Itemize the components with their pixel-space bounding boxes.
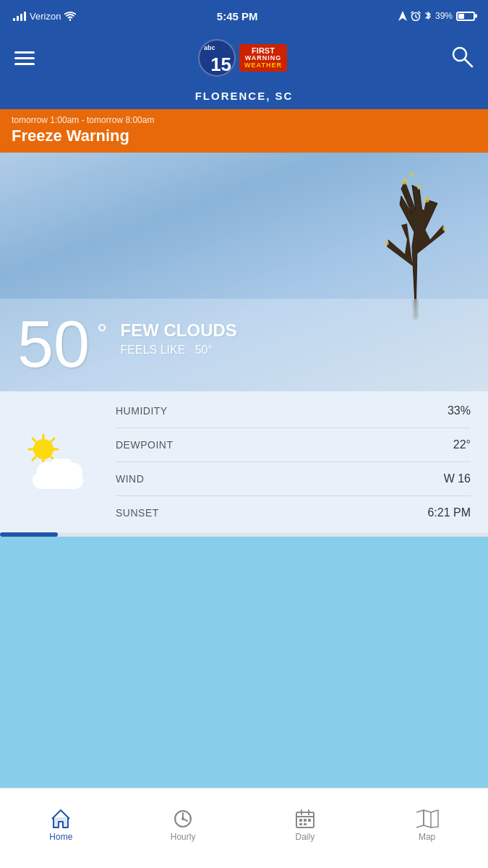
stat-label-0: HUMIDITY <box>116 405 168 417</box>
nav-map[interactable]: Map <box>366 788 488 868</box>
scroll-indicator <box>0 532 488 537</box>
status-left: Verizon <box>13 11 76 22</box>
logo-circle: abc 15 <box>198 39 236 77</box>
weather-condition: FEW CLOUDS <box>121 320 237 341</box>
scroll-thumb <box>0 532 58 537</box>
badge-weather: WEATHER <box>244 62 282 69</box>
svg-marker-36 <box>424 810 431 827</box>
stat-row-3: SUNSET 6:21 PM <box>116 496 471 529</box>
svg-rect-34 <box>299 823 302 825</box>
map-icon <box>415 809 440 829</box>
stat-label-1: DEWPOINT <box>116 439 173 451</box>
signal-icon <box>13 11 26 21</box>
stats-column: HUMIDITY 33% DEWPOINT 22° WIND W 16 SUNS… <box>116 391 488 532</box>
details-panel: HUMIDITY 33% DEWPOINT 22° WIND W 16 SUNS… <box>0 391 488 532</box>
stat-value-0: 33% <box>448 404 471 417</box>
search-button[interactable] <box>450 45 474 71</box>
svg-point-21 <box>65 463 82 480</box>
logo-abc-text: abc <box>204 44 215 51</box>
partly-cloudy-icon <box>25 433 90 491</box>
wifi-icon <box>64 12 76 21</box>
location-label: FLORENCE, SC <box>195 90 294 102</box>
svg-rect-32 <box>304 819 307 822</box>
svg-point-8 <box>385 241 389 245</box>
logo-number: 15 <box>210 55 231 74</box>
svg-line-16 <box>51 438 54 441</box>
svg-point-4 <box>417 185 421 190</box>
location-icon <box>398 11 407 21</box>
status-bar: Verizon 5:45 PM 39% <box>0 0 488 32</box>
warning-time: tomorrow 1:00am - tomorrow 8:00am <box>12 115 476 125</box>
feels-like-row: FEELS LIKE 50° <box>121 344 237 357</box>
feels-like-label: FEELS LIKE <box>121 344 186 356</box>
bottom-navigation: Home Hourly Daily <box>0 788 488 868</box>
hourly-nav-label: Hourly <box>171 832 196 842</box>
stat-value-1: 22° <box>453 438 471 451</box>
svg-line-2 <box>465 59 472 67</box>
svg-rect-31 <box>299 819 302 822</box>
nav-hourly[interactable]: Hourly <box>122 788 244 868</box>
svg-point-6 <box>424 197 429 203</box>
alarm-icon <box>411 11 421 21</box>
svg-line-14 <box>33 438 35 441</box>
carrier-label: Verizon <box>30 11 61 22</box>
home-icon <box>50 809 72 829</box>
stat-label-3: SUNSET <box>116 507 159 519</box>
warning-title: Freeze Warning <box>12 127 476 145</box>
menu-button[interactable] <box>14 51 35 65</box>
app-logo: abc 15 FIRST WARNING WEATHER <box>198 39 287 77</box>
cloud-icon <box>29 459 87 491</box>
weather-description: FEW CLOUDS FEELS LIKE 50° <box>121 320 237 357</box>
status-time: 5:45 PM <box>217 10 258 22</box>
temperature-degree: ° <box>97 319 107 349</box>
weather-temp-area: 50 ° FEW CLOUDS FEELS LIKE 50° <box>0 299 488 391</box>
stat-label-2: WIND <box>116 473 144 485</box>
nav-daily[interactable]: Daily <box>244 788 367 868</box>
daily-icon <box>294 809 316 829</box>
svg-point-7 <box>442 226 447 231</box>
hourly-icon <box>172 809 194 829</box>
stat-value-2: W 16 <box>444 472 471 485</box>
home-nav-label: Home <box>49 832 72 842</box>
svg-point-3 <box>402 179 408 184</box>
battery-icon <box>456 12 475 21</box>
logo-badge: FIRST WARNING WEATHER <box>239 44 287 72</box>
svg-rect-35 <box>304 823 307 825</box>
app-header: abc 15 FIRST WARNING WEATHER <box>0 32 488 87</box>
tree-branch-icon <box>365 160 466 319</box>
svg-point-9 <box>33 439 53 459</box>
weather-icon-column <box>0 391 116 532</box>
map-nav-label: Map <box>419 832 435 842</box>
bluetooth-icon <box>424 11 432 21</box>
warning-banner[interactable]: tomorrow 1:00am - tomorrow 8:00am Freeze… <box>0 109 488 153</box>
temperature-value: 50 <box>17 312 90 377</box>
nav-home[interactable]: Home <box>0 788 122 868</box>
location-bar: FLORENCE, SC <box>0 87 488 109</box>
weather-hero: 50 ° FEW CLOUDS FEELS LIKE 50° <box>0 153 488 391</box>
stat-row-0: HUMIDITY 33% <box>116 394 471 428</box>
stat-value-3: 6:21 PM <box>427 506 471 519</box>
battery-label: 39% <box>435 11 453 21</box>
svg-point-26 <box>181 817 184 820</box>
search-icon <box>450 45 474 68</box>
svg-rect-33 <box>308 819 311 822</box>
stat-row-2: WIND W 16 <box>116 462 471 496</box>
daily-nav-label: Daily <box>296 832 315 842</box>
stat-row-1: DEWPOINT 22° <box>116 428 471 462</box>
svg-point-5 <box>410 172 414 176</box>
feels-like-value: 50° <box>195 344 213 356</box>
status-right: 39% <box>398 11 475 21</box>
